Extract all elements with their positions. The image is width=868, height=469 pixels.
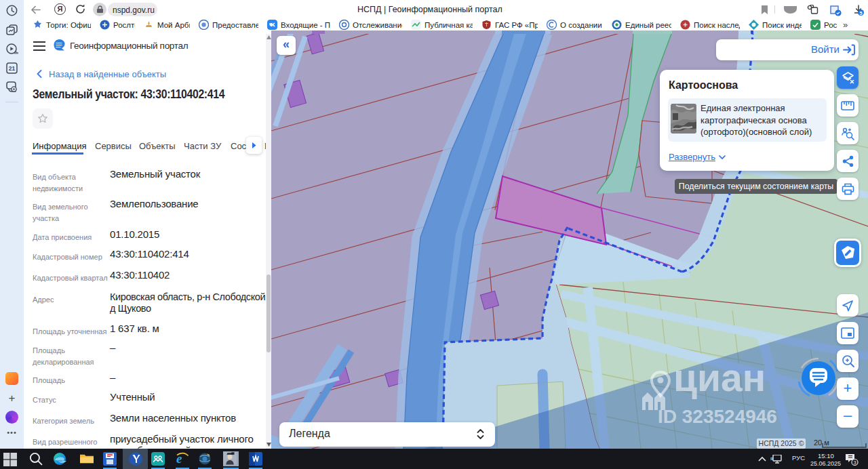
svg-text:21: 21 xyxy=(9,65,16,72)
svg-text:3: 3 xyxy=(853,460,856,466)
svg-text:5: 5 xyxy=(859,10,862,16)
svg-text:я: я xyxy=(770,456,773,461)
